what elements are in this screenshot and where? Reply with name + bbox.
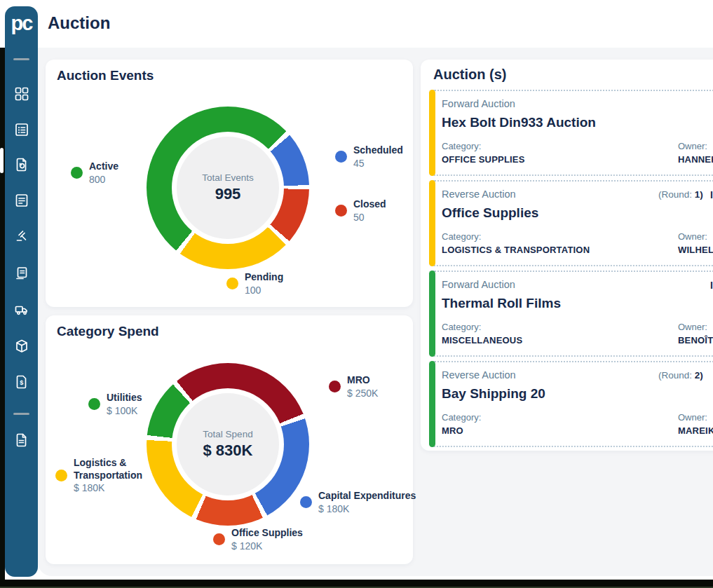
auction-name: Bay Shipping 20 bbox=[442, 386, 712, 402]
list-box-icon bbox=[13, 121, 30, 141]
auction-events-panel: Auction Events Total Events 995 Active 8… bbox=[46, 60, 413, 307]
legend-dot bbox=[329, 381, 341, 392]
card-accent-bar bbox=[429, 361, 435, 447]
donut-center-value: $ 830K bbox=[203, 442, 253, 460]
sidebar-item-materials[interactable] bbox=[5, 336, 38, 360]
category-value: MISCELLANEOUS bbox=[442, 335, 522, 346]
legend-dot bbox=[300, 496, 312, 508]
legend-label: Utilities bbox=[107, 392, 142, 404]
owner-label: Owner: bbox=[678, 231, 713, 242]
owner-label: Owner: bbox=[678, 322, 713, 332]
category-spend-title: Category Spend bbox=[57, 324, 159, 339]
owner-column: Owner: BENOÎT bbox=[678, 322, 713, 346]
auction-type: Forward Auction bbox=[442, 279, 712, 290]
auction-card[interactable]: Reverse Auction (Round: 2) Bay Shipping … bbox=[429, 361, 713, 447]
category-column: Category: MISCELLANEOUS bbox=[442, 322, 522, 346]
sidebar-item-auction[interactable] bbox=[5, 226, 38, 249]
sidebar-item-list[interactable] bbox=[5, 119, 38, 143]
auction-type: Forward Auction bbox=[442, 98, 712, 109]
auctions-panel: Auction (s) Forward Auction Hex Bolt Din… bbox=[421, 60, 713, 451]
legend-item-scheduled: Scheduled 45 bbox=[335, 144, 403, 170]
donut-center-label: Total Events bbox=[202, 172, 254, 183]
invoice-icon: $ bbox=[13, 374, 30, 393]
category-column: Category: LOGISTICS & TRANSPORTATION bbox=[442, 231, 590, 255]
legend-value: $ 180K bbox=[318, 502, 416, 515]
legend-item-utilities: Utilities $ 100K bbox=[88, 392, 142, 417]
app-logo[interactable]: pc bbox=[5, 12, 38, 35]
round-value: 2) bbox=[695, 370, 703, 381]
legend-label: Pending bbox=[245, 271, 283, 284]
auction-events-donut-chart: Total Events 995 bbox=[147, 107, 309, 269]
sidebar-item-files[interactable] bbox=[5, 430, 38, 453]
owner-label: Owner: bbox=[678, 412, 713, 423]
legend-item-logistics-transportation: Logistics & Transportation $ 180K bbox=[55, 457, 152, 494]
sidebar-item-invoices[interactable]: $ bbox=[5, 371, 38, 395]
legend-label: MRO bbox=[347, 374, 378, 387]
owner-value: BENOÎT bbox=[678, 335, 713, 346]
clipped-text-fragment: I bbox=[710, 280, 713, 291]
category-value: MRO bbox=[442, 425, 481, 436]
page-title: Auction bbox=[48, 13, 110, 33]
donut-center-label: Total Spend bbox=[203, 429, 252, 439]
legend-value: $ 250K bbox=[347, 387, 378, 399]
legend-item-closed: Closed 50 bbox=[335, 198, 386, 224]
legend-label: Closed bbox=[353, 198, 386, 211]
category-value: OFFICE SUPPLIES bbox=[442, 154, 525, 165]
truck-icon bbox=[13, 301, 30, 321]
category-label: Category: bbox=[442, 412, 481, 423]
clipped-text-fragment: I bbox=[710, 189, 713, 200]
legend-dot bbox=[71, 167, 83, 179]
dashboard-icon bbox=[13, 86, 30, 105]
auction-card[interactable]: Forward Auction I Thermal Roll Films Cat… bbox=[429, 271, 713, 357]
auction-card[interactable]: Reverse Auction (Round: 1) I Office Supp… bbox=[429, 180, 713, 266]
legend-value: 45 bbox=[353, 157, 403, 170]
card-accent-bar bbox=[429, 271, 435, 357]
category-column: Category: OFFICE SUPPLIES bbox=[442, 141, 525, 165]
owner-value: HANNEK bbox=[678, 154, 713, 165]
owner-value: WILHELM bbox=[678, 245, 713, 255]
legend-dot bbox=[88, 398, 100, 410]
legend-label: Active bbox=[89, 160, 118, 173]
sidebar-item-drafts[interactable] bbox=[5, 154, 38, 178]
legend-dot bbox=[226, 278, 238, 289]
package-icon bbox=[13, 338, 30, 357]
legend-item-office-supplies: Office Supplies $ 120K bbox=[213, 527, 303, 552]
sidebar-item-ledger[interactable] bbox=[5, 263, 38, 287]
card-accent-bar bbox=[429, 180, 435, 266]
category-column: Category: MRO bbox=[442, 412, 481, 436]
owner-column: Owner: HANNEK bbox=[678, 141, 713, 165]
legend-value: $ 120K bbox=[231, 540, 303, 552]
card-accent-bar bbox=[429, 90, 435, 176]
auction-card-list: Forward Auction Hex Bolt Din933 Auction … bbox=[429, 90, 713, 451]
sidebar-item-documents[interactable] bbox=[5, 190, 38, 214]
legend-item-active: Active 800 bbox=[71, 160, 118, 186]
category-label: Category: bbox=[442, 141, 525, 151]
legend-value: $ 100K bbox=[107, 404, 142, 417]
owner-column: Owner: WILHELM bbox=[678, 231, 713, 255]
donut-center-value: 995 bbox=[215, 185, 241, 203]
owner-value: MAREIK bbox=[678, 425, 713, 436]
round-label: (Round: 2) bbox=[658, 370, 703, 381]
active-item-indicator bbox=[0, 148, 4, 173]
auction-card[interactable]: Forward Auction Hex Bolt Din933 Auction … bbox=[429, 90, 713, 176]
owner-label: Owner: bbox=[678, 141, 713, 151]
auction-name: Office Supplies bbox=[442, 205, 712, 221]
legend-label: Scheduled bbox=[353, 144, 403, 157]
round-prefix: (Round: bbox=[658, 370, 695, 381]
donut-center: Total Spend $ 830K bbox=[177, 393, 279, 495]
round-prefix: (Round: bbox=[658, 189, 695, 200]
legend-value: 50 bbox=[353, 211, 386, 224]
category-value: LOGISTICS & TRANSPORTATION bbox=[442, 245, 590, 255]
svg-text:$: $ bbox=[20, 379, 23, 386]
legend-item-capital-expenditures: Capital Expenditures $ 180K bbox=[300, 490, 416, 515]
legend-value: 100 bbox=[245, 284, 283, 296]
round-value: 1) bbox=[695, 189, 703, 200]
auction-name: Hex Bolt Din933 Auction bbox=[442, 115, 712, 130]
draft-history-icon bbox=[13, 156, 30, 176]
category-spend-panel: Category Spend Total Spend $ 830K Utilit… bbox=[46, 315, 413, 564]
legend-dot bbox=[335, 205, 347, 217]
sidebar-item-logistics[interactable] bbox=[5, 299, 38, 323]
owner-column: Owner: MAREIK bbox=[678, 412, 713, 436]
sidebar-item-dashboard[interactable] bbox=[5, 83, 38, 107]
category-label: Category: bbox=[442, 231, 590, 242]
